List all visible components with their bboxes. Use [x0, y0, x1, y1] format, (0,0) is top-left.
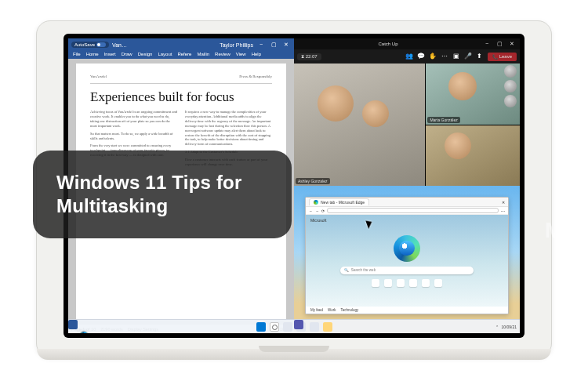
search-placeholder: Search the web	[351, 268, 376, 272]
edge-logo-icon	[394, 235, 420, 262]
refresh-button[interactable]: ⟳	[321, 209, 325, 213]
start-button[interactable]	[256, 322, 266, 332]
teams-taskbar-icon[interactable]	[294, 320, 303, 329]
header-right: Press & Responsibly	[239, 74, 272, 80]
feed-tab[interactable]: Technology	[340, 308, 358, 312]
participant-name: Ashley Gonzalez	[296, 178, 330, 184]
chat-icon[interactable]: 💬	[417, 53, 425, 60]
file-explorer-button[interactable]	[323, 322, 332, 332]
address-bar[interactable]	[327, 208, 499, 213]
teams-meeting-title: Catch Up	[297, 42, 479, 46]
tray-chevron-icon[interactable]: ⌃	[495, 325, 499, 329]
avatar[interactable]	[504, 65, 517, 78]
maximize-button[interactable]: ▢	[269, 42, 278, 48]
feed-tabs: My feed Work Technology	[306, 307, 508, 314]
teams-window: Catch Up − ▢ ✕ ⧗ 22:07 👥 💬 ✋ ⋯ ▣	[294, 38, 520, 186]
forward-button[interactable]: →	[315, 209, 319, 213]
tab-draw[interactable]: Draw	[120, 51, 134, 57]
word-titlebar: AutoSave Van… Taylor Phillips − ▢ ✕	[68, 38, 294, 51]
edge-icon	[314, 200, 318, 205]
tab-view[interactable]: View	[234, 51, 248, 57]
leave-button[interactable]: 📞 Leave	[488, 53, 517, 61]
video-grid: Ashley Gonzalez Marta González	[294, 64, 520, 186]
participant-face	[318, 85, 354, 122]
feed-tab[interactable]: Work	[328, 308, 336, 312]
new-tab-page: Microsoft 🔍 Search the web	[306, 215, 508, 307]
more-icon[interactable]: ⋯	[441, 53, 448, 60]
body-para: So that matters most. To do so, we apply…	[90, 132, 177, 141]
autosave-label: AutoSave	[74, 42, 95, 47]
word-taskbar-icon[interactable]	[68, 320, 78, 329]
widgets-button[interactable]	[283, 322, 292, 332]
edge-titlebar: New tab - Microsoft Edge ✕	[306, 198, 508, 207]
ribbon-tabs: File Home Insert Draw Design Layout Refe…	[68, 51, 294, 59]
mic-icon[interactable]: 🎤	[464, 53, 472, 60]
camera-icon[interactable]: ▣	[452, 53, 460, 60]
watermark: M	[545, 218, 563, 243]
quick-link[interactable]	[397, 279, 405, 287]
side-avatars	[504, 65, 518, 123]
teams-titlebar: Catch Up − ▢ ✕	[294, 38, 520, 49]
participant-face	[445, 132, 471, 159]
close-button[interactable]: ✕	[507, 41, 517, 47]
chat-button[interactable]	[310, 322, 319, 332]
tray-date[interactable]: 10/09/21	[502, 325, 517, 329]
tab-mailings[interactable]: Mailin	[195, 51, 211, 57]
window-controls: − ▢ ✕	[256, 42, 291, 48]
system-tray[interactable]: ⌃ 10/09/21	[495, 325, 517, 329]
tab-review[interactable]: Review	[213, 51, 232, 57]
raise-hand-icon[interactable]: ✋	[429, 53, 437, 60]
edge-window: New tab - Microsoft Edge ✕ ← → ⟳ ⋯ Micro…	[305, 197, 509, 314]
taskbar: ⌃ 10/09/21	[68, 319, 520, 333]
video-tile-main[interactable]: Ashley Gonzalez	[294, 64, 425, 186]
edge-taskbar-icon[interactable]	[79, 331, 89, 333]
user-name[interactable]: Taylor Phillips	[220, 42, 253, 48]
tab-design[interactable]: Design	[136, 51, 154, 57]
tab-layout[interactable]: Layout	[156, 51, 173, 57]
close-button[interactable]: ✕	[281, 42, 291, 48]
tab-help[interactable]: Help	[250, 51, 263, 57]
autosave-toggle[interactable]: AutoSave	[71, 42, 109, 48]
address-bar-row: ← → ⟳ ⋯	[306, 207, 508, 215]
avatar[interactable]	[504, 95, 517, 107]
brand-label: Microsoft	[310, 218, 326, 223]
video-tile[interactable]: Marta González	[426, 64, 520, 125]
body-para: Achieving focus at VanArsdel is an ongoi…	[90, 110, 177, 128]
back-button[interactable]: ←	[309, 209, 313, 213]
call-timer: ⧗ 22:07	[297, 53, 321, 60]
participant-face	[362, 100, 389, 127]
maximize-button[interactable]: ▢	[495, 41, 504, 47]
tab-insert[interactable]: Insert	[103, 51, 118, 57]
tab-home[interactable]: Home	[85, 51, 100, 57]
avatar[interactable]	[504, 80, 517, 93]
quick-link[interactable]	[434, 279, 442, 287]
quick-link[interactable]	[384, 279, 392, 287]
laptop-base	[37, 349, 551, 360]
search-input[interactable]: 🔍 Search the web	[340, 267, 474, 274]
share-icon[interactable]: ⬆	[476, 53, 484, 60]
laptop-notch	[259, 346, 329, 352]
caption-text: Windows 11 Tips for Multitasking	[56, 172, 242, 216]
people-icon[interactable]: 👥	[405, 53, 413, 60]
menu-button[interactable]: ⋯	[501, 209, 505, 213]
window-controls: − ▢ ✕	[482, 41, 517, 47]
minimize-button[interactable]: −	[482, 41, 492, 47]
call-toolbar: ⧗ 22:07 👥 💬 ✋ ⋯ ▣ 🎤 ⬆ 📞 Leave	[294, 49, 520, 64]
doc-name[interactable]: Van…	[112, 42, 127, 48]
close-button[interactable]: ✕	[502, 200, 505, 205]
quick-link[interactable]	[372, 279, 379, 287]
tab-references[interactable]: Refere	[176, 51, 193, 57]
tab-file[interactable]: File	[71, 51, 82, 57]
minimize-button[interactable]: −	[256, 42, 266, 48]
taskbar-search[interactable]	[270, 322, 279, 332]
header-brand: VanArsdel	[90, 74, 107, 80]
tab-title: New tab - Microsoft Edge	[321, 200, 365, 205]
desktop-area[interactable]: New tab - Microsoft Edge ✕ ← → ⟳ ⋯ Micro…	[294, 186, 520, 333]
quick-link[interactable]	[409, 279, 417, 287]
overlay-caption: Windows 11 Tips for Multitasking	[33, 151, 292, 238]
browser-tab[interactable]: New tab - Microsoft Edge	[309, 198, 369, 205]
video-tile[interactable]	[426, 125, 520, 187]
feed-tab[interactable]: My feed	[310, 308, 323, 312]
quick-links	[372, 279, 442, 287]
quick-link[interactable]	[422, 279, 430, 287]
